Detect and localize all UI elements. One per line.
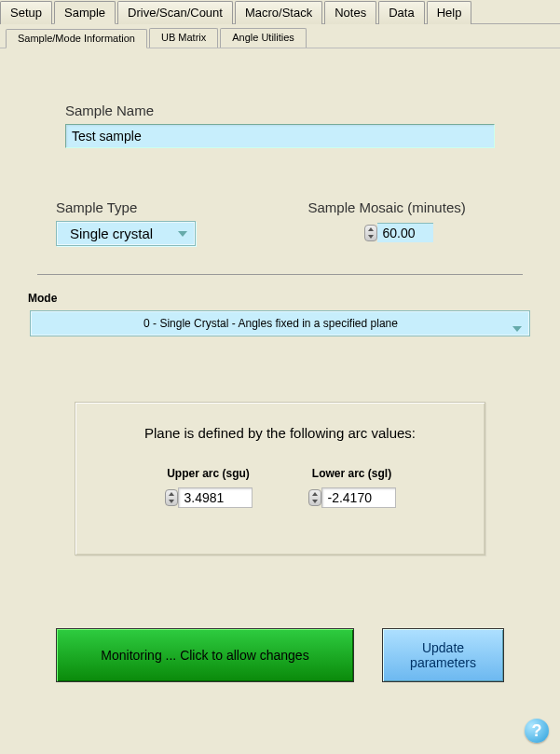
sub-tab-bar: Sample/Mode Information UB Matrix Angle …	[0, 24, 560, 48]
sample-name-section: Sample Name	[19, 103, 541, 148]
sample-mosaic-label: Sample Mosaic (minutes)	[308, 199, 505, 215]
main-tab-bar: Setup Sample Drive/Scan/Count Macro/Stac…	[0, 0, 560, 24]
divider	[37, 274, 523, 275]
mode-label: Mode	[19, 292, 541, 305]
sample-name-input[interactable]	[65, 124, 495, 148]
tab-data[interactable]: Data	[378, 1, 424, 24]
mosaic-spinner[interactable]	[364, 225, 377, 241]
mode-dropdown[interactable]: 0 - Single Crystal - Angles fixed in a s…	[30, 310, 530, 336]
subtab-angle-utilities[interactable]: Angle Utilities	[220, 28, 307, 48]
chevron-down-icon	[512, 326, 522, 332]
upper-arc-spinner[interactable]	[165, 489, 178, 506]
tab-sample[interactable]: Sample	[54, 1, 116, 24]
upper-arc-input[interactable]	[178, 487, 253, 508]
content-area: Sample Name Sample Type Single crystal S…	[0, 48, 560, 692]
monitoring-toggle-button[interactable]: Monitoring ... Click to allow changes	[56, 628, 354, 682]
tab-macro-stack[interactable]: Macro/Stack	[235, 1, 322, 24]
sample-type-label: Sample Type	[56, 199, 253, 215]
chevron-down-icon	[178, 231, 187, 237]
upper-arc-col: Upper arc (sgu)	[165, 467, 253, 510]
sample-type-col: Sample Type Single crystal	[56, 199, 253, 246]
plane-title: Plane is defined by the following arc va…	[94, 425, 466, 441]
lower-arc-input[interactable]	[321, 487, 396, 508]
type-mosaic-row: Sample Type Single crystal Sample Mosaic…	[19, 199, 541, 246]
arc-row: Upper arc (sgu) Lower arc (sgl)	[94, 467, 466, 510]
sample-mosaic-input[interactable]	[377, 223, 433, 242]
sample-type-value: Single crystal	[70, 226, 153, 241]
update-parameters-button[interactable]: Update parameters	[382, 628, 504, 682]
sample-mosaic-col: Sample Mosaic (minutes)	[308, 199, 505, 246]
sample-type-dropdown[interactable]: Single crystal	[56, 221, 196, 246]
lower-arc-col: Lower arc (sgl)	[308, 467, 396, 510]
tab-drive-scan-count[interactable]: Drive/Scan/Count	[117, 1, 233, 24]
help-icon[interactable]: ?	[525, 719, 549, 743]
upper-arc-label: Upper arc (sgu)	[165, 467, 253, 480]
tab-help[interactable]: Help	[427, 1, 472, 24]
tab-setup[interactable]: Setup	[0, 1, 52, 24]
subtab-sample-mode-info[interactable]: Sample/Mode Information	[6, 29, 147, 48]
plane-panel: Plane is defined by the following arc va…	[75, 402, 485, 555]
sample-name-label: Sample Name	[65, 103, 495, 118]
lower-arc-label: Lower arc (sgl)	[308, 467, 396, 480]
bottom-button-row: Monitoring ... Click to allow changes Up…	[19, 628, 541, 682]
tab-notes[interactable]: Notes	[324, 1, 376, 24]
subtab-ub-matrix[interactable]: UB Matrix	[149, 28, 218, 48]
mode-value: 0 - Single Crystal - Angles fixed in a s…	[143, 317, 398, 330]
lower-arc-spinner[interactable]	[308, 489, 321, 506]
